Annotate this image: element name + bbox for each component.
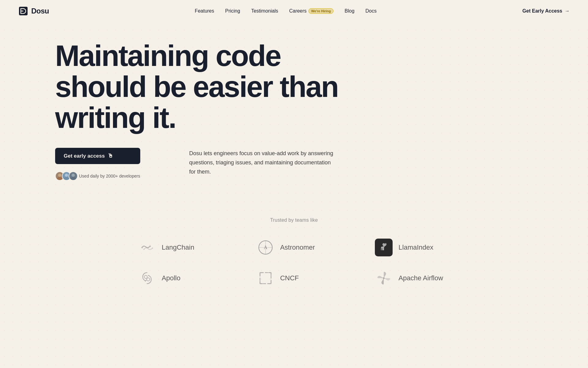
- logo-link[interactable]: Dosu: [18, 6, 49, 16]
- company-langchain: LangChain: [126, 238, 226, 257]
- svg-point-9: [143, 249, 145, 250]
- trusted-label: Trusted by teams like: [18, 217, 570, 223]
- nav-blog[interactable]: Blog: [345, 8, 354, 13]
- astronomer-name: Astronomer: [280, 243, 315, 251]
- nav-links: Features Pricing Testimonials CareersWe'…: [195, 8, 377, 14]
- svg-point-15: [147, 278, 150, 281]
- company-cncf: CNCF: [244, 269, 344, 287]
- svg-point-7: [141, 247, 143, 248]
- company-airflow: Apache Airflow: [362, 269, 462, 287]
- airflow-logo: [375, 269, 393, 287]
- avatar-group: [55, 171, 75, 181]
- logo-icon: [18, 6, 28, 16]
- svg-rect-16: [260, 273, 271, 284]
- airflow-name: Apache Airflow: [398, 274, 443, 282]
- hero-cta-button[interactable]: Get early access 🖱: [55, 148, 140, 164]
- svg-point-1: [58, 174, 61, 177]
- svg-point-17: [383, 277, 385, 279]
- svg-text:A: A: [264, 245, 267, 250]
- apollo-name: Apollo: [162, 274, 180, 282]
- social-proof-text: Used daily by 2000+ developers: [79, 174, 140, 178]
- langchain-logo: [138, 238, 156, 257]
- company-llamaindex: LlamaIndex: [362, 238, 462, 257]
- hero-bottom: Get early access 🖱: [55, 148, 570, 181]
- avatar: [69, 171, 78, 181]
- astronomer-logo: A: [256, 238, 275, 257]
- llamaindex-logo: [375, 238, 393, 257]
- svg-point-13: [385, 243, 386, 244]
- cncf-logo: [256, 269, 275, 287]
- svg-point-8: [149, 246, 151, 247]
- navbar: Dosu Features Pricing Testimonials Caree…: [0, 0, 588, 22]
- nav-careers[interactable]: CareersWe're Hiring: [289, 8, 334, 13]
- company-apollo: Apollo: [126, 269, 226, 287]
- llamaindex-name: LlamaIndex: [398, 243, 433, 251]
- logo-text: Dosu: [31, 7, 49, 15]
- hero-description: Dosu lets engineers focus on value-add w…: [189, 149, 336, 176]
- social-proof: Used daily by 2000+ developers: [55, 171, 140, 181]
- svg-point-6: [70, 177, 76, 181]
- trusted-section: Trusted by teams like LangChain: [0, 193, 588, 306]
- company-astronomer: A Astronomer: [244, 238, 344, 257]
- langchain-name: LangChain: [162, 243, 194, 251]
- nav-cta-button[interactable]: Get Early Access →: [522, 8, 570, 14]
- hero-headline: Maintaining code should be easier than w…: [55, 40, 355, 133]
- svg-point-4: [64, 177, 69, 181]
- nav-pricing[interactable]: Pricing: [225, 8, 240, 13]
- svg-point-3: [65, 174, 68, 177]
- hero-left: Get early access 🖱: [55, 148, 140, 181]
- nav-features[interactable]: Features: [195, 8, 214, 13]
- svg-point-14: [144, 275, 147, 278]
- cursor-icon: 🖱: [108, 153, 113, 159]
- svg-point-10: [152, 247, 153, 249]
- companies-grid: LangChain A Astronomer: [126, 238, 462, 287]
- svg-point-2: [57, 177, 62, 181]
- nav-testimonials[interactable]: Testimonials: [251, 8, 278, 13]
- svg-point-5: [72, 174, 75, 177]
- apollo-logo: [138, 269, 156, 287]
- nav-docs[interactable]: Docs: [365, 8, 376, 13]
- hiring-badge: We're Hiring: [308, 8, 334, 14]
- cncf-name: CNCF: [280, 274, 299, 282]
- hero-section: Maintaining code should be easier than w…: [0, 22, 588, 193]
